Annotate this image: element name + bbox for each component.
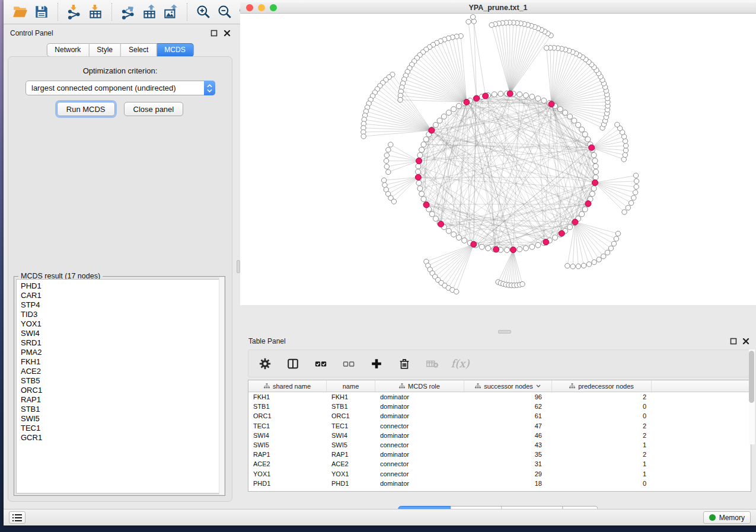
mcds-hub-node[interactable]	[423, 202, 429, 208]
column-header-predecessor-nodes[interactable]: predecessor nodes	[552, 380, 652, 392]
cell-successor-nodes[interactable]: 35	[464, 451, 552, 458]
export-image-icon[interactable]	[160, 2, 181, 21]
mcds-result-item[interactable]: GCR1	[21, 433, 218, 443]
network-node[interactable]	[419, 147, 425, 152]
cell-MCDS-role[interactable]: dominator	[375, 412, 464, 419]
mcds-result-item[interactable]: FKH1	[21, 357, 218, 367]
network-node[interactable]	[576, 264, 580, 268]
cell-shared-name[interactable]: PHD1	[248, 480, 327, 487]
network-node[interactable]	[633, 190, 637, 195]
network-node[interactable]	[416, 169, 421, 175]
network-node[interactable]	[553, 235, 558, 241]
cell-name[interactable]: TEC1	[327, 422, 375, 430]
memory-button[interactable]: Memory	[703, 511, 751, 524]
network-node[interactable]	[572, 118, 577, 123]
network-node[interactable]	[576, 122, 581, 127]
network-node[interactable]	[633, 173, 638, 178]
network-node[interactable]	[456, 104, 461, 109]
mcds-result-item[interactable]: ACE2	[21, 367, 218, 376]
horizontal-splitter[interactable]	[240, 329, 756, 334]
mcds-hub-node[interactable]	[589, 145, 595, 150]
cell-predecessor-nodes[interactable]: 2	[552, 451, 652, 458]
deselect-all-icon[interactable]	[342, 357, 355, 370]
cell-predecessor-nodes[interactable]: 1	[552, 460, 652, 467]
column-header-shared-name[interactable]: shared name	[248, 380, 327, 392]
mcds-result-item[interactable]: CAR1	[21, 291, 218, 300]
column-header-name[interactable]: name	[327, 380, 375, 392]
network-node[interactable]	[451, 232, 457, 237]
network-node[interactable]	[492, 92, 497, 97]
network-node[interactable]	[582, 132, 588, 137]
network-node[interactable]	[384, 153, 389, 158]
open-session-icon[interactable]	[9, 2, 31, 21]
network-node[interactable]	[446, 228, 451, 233]
network-node[interactable]	[498, 91, 503, 97]
network-node[interactable]	[593, 164, 598, 169]
network-node[interactable]	[585, 137, 591, 142]
mcds-result-item[interactable]: ORC1	[21, 386, 218, 395]
delete-table-icon[interactable]	[426, 357, 439, 370]
mcds-hub-node[interactable]	[474, 95, 480, 101]
network-node[interactable]	[421, 142, 426, 147]
table-row-SWI4[interactable]: SWI4SWI4dominator462	[248, 431, 751, 440]
add-column-icon[interactable]	[370, 357, 383, 370]
tab-network[interactable]: Network	[46, 43, 89, 57]
splitter-grip[interactable]	[498, 330, 511, 334]
network-node[interactable]	[614, 236, 618, 241]
mcds-result-item[interactable]: RAP1	[21, 395, 218, 405]
cell-name[interactable]: RAP1	[327, 451, 375, 458]
network-node[interactable]	[567, 114, 573, 119]
network-node[interactable]	[446, 110, 451, 116]
cell-shared-name[interactable]: YOX1	[248, 470, 327, 477]
network-node[interactable]	[567, 225, 573, 230]
cell-MCDS-role[interactable]: connector	[375, 470, 464, 477]
network-node[interactable]	[615, 122, 620, 127]
table-row-ACE2[interactable]: ACE2ACE2connector311	[248, 459, 751, 469]
cell-name[interactable]: SWI5	[327, 441, 375, 448]
cell-successor-nodes[interactable]: 61	[464, 412, 552, 419]
network-node[interactable]	[579, 211, 585, 217]
network-node[interactable]	[437, 118, 442, 123]
cell-successor-nodes[interactable]: 18	[464, 480, 552, 487]
network-node[interactable]	[591, 152, 596, 158]
cell-successor-nodes[interactable]: 29	[464, 470, 552, 477]
network-node[interactable]	[611, 241, 616, 246]
cell-successor-nodes[interactable]: 47	[464, 422, 552, 430]
network-node[interactable]	[451, 107, 457, 112]
task-history-button[interactable]	[9, 511, 25, 524]
mcds-hub-node[interactable]	[464, 99, 470, 105]
cell-predecessor-nodes[interactable]: 0	[552, 403, 652, 410]
cell-shared-name[interactable]: SWI5	[248, 441, 327, 448]
network-node[interactable]	[388, 142, 393, 147]
tab-style[interactable]: Style	[89, 43, 121, 57]
network-node[interactable]	[520, 281, 525, 286]
network-node[interactable]	[535, 96, 541, 101]
cell-successor-nodes[interactable]: 46	[464, 432, 552, 439]
network-node[interactable]	[384, 158, 388, 163]
cell-name[interactable]: ORC1	[327, 412, 375, 419]
close-table-panel-icon[interactable]	[742, 338, 749, 345]
run-mcds-button[interactable]: Run MCDS	[57, 102, 115, 116]
network-node[interactable]	[523, 246, 528, 251]
mcds-result-item[interactable]: SWI5	[21, 414, 218, 424]
cell-shared-name[interactable]: ACE2	[248, 460, 327, 467]
network-node[interactable]	[416, 164, 421, 169]
mcds-result-item[interactable]: SWI4	[21, 329, 218, 338]
mcds-hub-node[interactable]	[572, 219, 578, 225]
cell-successor-nodes[interactable]: 96	[464, 393, 552, 400]
mcds-result-item[interactable]: YOX1	[21, 319, 218, 329]
cell-successor-nodes[interactable]: 62	[464, 403, 552, 410]
mcds-hub-node[interactable]	[438, 221, 444, 227]
mcds-result-item[interactable]: PMA2	[21, 348, 218, 357]
network-node[interactable]	[592, 259, 596, 264]
table-scrollbar[interactable]	[749, 350, 755, 444]
column-icon[interactable]	[286, 357, 299, 370]
cell-name[interactable]: STB1	[327, 403, 375, 410]
network-node[interactable]	[581, 263, 586, 268]
save-session-icon[interactable]	[31, 2, 52, 21]
network-node[interactable]	[557, 107, 563, 112]
network-node[interactable]	[391, 199, 396, 204]
tab-select[interactable]: Select	[121, 43, 157, 57]
network-canvas[interactable]	[240, 14, 756, 305]
mcds-hub-node[interactable]	[415, 174, 421, 180]
